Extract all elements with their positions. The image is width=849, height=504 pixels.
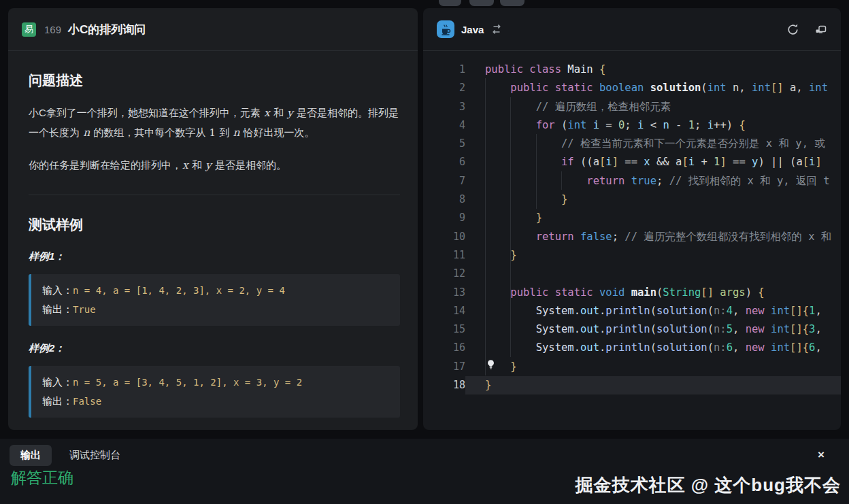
line-number: 13: [423, 284, 465, 302]
example-box: 输入：n = 4, a = [1, 4, 2, 3], x = 2, y = 4…: [29, 274, 400, 326]
java-icon: [437, 20, 454, 38]
line-number: 17: [423, 358, 465, 376]
code-line[interactable]: 16 System.out.println(solution(n:6, new …: [423, 339, 841, 357]
code-line[interactable]: 15 System.out.println(solution(n:5, new …: [423, 320, 841, 339]
code-line[interactable]: 10 return false; // 遍历完整个数组都没有找到相邻的 x 和: [423, 228, 841, 246]
line-number: 15: [423, 320, 465, 339]
watermark-text: 掘金技术社区 @ 这个bug我不会: [576, 473, 841, 497]
section-divider: [29, 195, 400, 195]
console-tab-debug[interactable]: 调试控制台: [59, 445, 131, 466]
code-editor[interactable]: 1public class Main {2 public static bool…: [423, 52, 841, 430]
line-number: 4: [423, 116, 465, 135]
problem-title: 小C的排列询问: [68, 22, 146, 37]
indent-guide: [561, 171, 562, 190]
example-input-row: 输入：n = 4, a = [1, 4, 2, 3], x = 2, y = 4: [42, 281, 389, 300]
toolbar-button-stub[interactable]: [500, 0, 525, 6]
toolbar-button-stub[interactable]: [439, 0, 461, 6]
line-number: 7: [423, 172, 465, 190]
indent-guide: [485, 78, 486, 375]
problem-body: 问题描述 小C拿到了一个排列，她想知道在这个排列中，元素 x 和 y 是否是相邻…: [8, 71, 418, 430]
close-icon[interactable]: ×: [818, 449, 825, 460]
refresh-icon[interactable]: [786, 23, 799, 36]
line-number: 11: [423, 246, 465, 265]
example-input-row: 输入：n = 5, a = [3, 4, 5, 1, 2], x = 3, y …: [42, 373, 389, 392]
toolbar-button-stub[interactable]: [469, 0, 494, 6]
problem-header: 易 169 小C的排列询问: [8, 8, 418, 51]
indent-guide: [510, 97, 511, 357]
code-line[interactable]: 13 public static void main(String[] args…: [423, 284, 841, 302]
line-number: 16: [423, 339, 465, 357]
console-tab-output[interactable]: 输出: [10, 445, 52, 466]
code-line[interactable]: 18}: [423, 376, 841, 394]
example-box: 输入：n = 5, a = [3, 4, 5, 1, 2], x = 3, y …: [29, 366, 400, 418]
line-number: 10: [423, 228, 465, 246]
line-number: 5: [423, 135, 465, 153]
line-number: 9: [423, 209, 465, 227]
code-line[interactable]: 8 }: [423, 190, 841, 209]
run-result-text: 解答正确: [11, 467, 73, 488]
console-tabs: 输出调试控制台: [0, 439, 849, 466]
code-line[interactable]: 6 if ((a[i] == x && a[i + 1] == y) || (a…: [423, 153, 841, 171]
example-output-row: 输出：True: [42, 300, 389, 319]
example-output-row: 输出：False: [42, 392, 389, 411]
description-heading: 问题描述: [29, 71, 400, 90]
code-line[interactable]: 4 for (int i = 0; i < n - 1; i++) {: [423, 116, 841, 135]
description-paragraph: 你的任务是判断在给定的排列中，x 和 y 是否是相邻的。: [29, 156, 400, 175]
line-number: 1: [423, 61, 465, 79]
console-panel: 输出调试控制台 × 解答正确 掘金技术社区 @ 这个bug我不会: [0, 439, 849, 504]
example-label: 样例2：: [29, 342, 400, 355]
description-paragraph: 小C拿到了一个排列，她想知道在这个排列中，元素 x 和 y 是否是相邻的。排列是…: [29, 103, 400, 142]
line-number: 3: [423, 98, 465, 116]
code-editor-panel: Java 1public: [423, 8, 841, 430]
line-number: 8: [423, 190, 465, 209]
code-line[interactable]: 1public class Main {: [423, 61, 841, 79]
code-line[interactable]: 12: [423, 265, 841, 283]
line-number: 14: [423, 302, 465, 320]
swap-arrows-icon[interactable]: [490, 23, 503, 35]
code-line[interactable]: 14 System.out.println(solution(n:4, new …: [423, 302, 841, 320]
code-line[interactable]: 5 // 检查当前元素和下一个元素是否分别是 x 和 y, 或: [423, 135, 841, 153]
problem-id: 169: [44, 24, 61, 35]
code-line[interactable]: 11 }: [423, 246, 841, 265]
code-line[interactable]: 3 // 遍历数组，检查相邻元素: [423, 98, 841, 116]
code-line[interactable]: 9 }: [423, 209, 841, 227]
language-label[interactable]: Java: [461, 24, 484, 35]
editor-header: Java: [423, 8, 841, 51]
code-line[interactable]: 7 return true; // 找到相邻的 x 和 y, 返回 t: [423, 172, 841, 190]
line-number: 2: [423, 79, 465, 97]
examples-list: 样例1：输入：n = 4, a = [1, 4, 2, 3], x = 2, y…: [29, 250, 400, 430]
diff-icon[interactable]: [814, 23, 827, 36]
line-number: 12: [423, 265, 465, 283]
example-label: 样例1：: [29, 250, 400, 263]
line-number: 6: [423, 153, 465, 171]
indent-guide: [536, 134, 537, 209]
lightbulb-icon[interactable]: [486, 359, 496, 373]
line-number: 18: [423, 376, 465, 394]
code-line[interactable]: 2 public static boolean solution(int n, …: [423, 79, 841, 97]
difficulty-badge: 易: [22, 22, 36, 37]
problem-panel: 易 169 小C的排列询问 问题描述 小C拿到了一个排列，她想知道在这个排列中，…: [8, 8, 418, 430]
examples-heading: 测试样例: [29, 216, 400, 234]
